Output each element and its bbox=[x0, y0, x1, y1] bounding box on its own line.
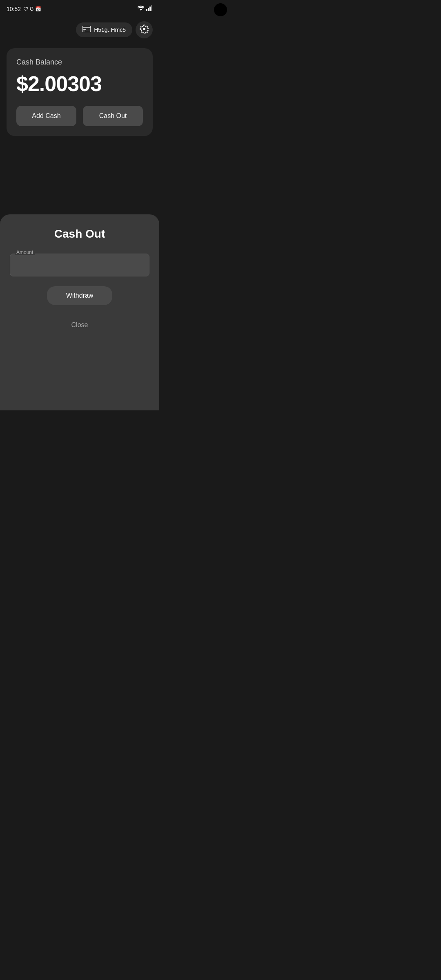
account-card-icon bbox=[82, 26, 91, 34]
balance-card: Cash Balance $2.00303 Add Cash Cash Out bbox=[7, 48, 153, 136]
status-time: 10:52 bbox=[7, 6, 21, 12]
cash-out-button[interactable]: Cash Out bbox=[83, 106, 143, 126]
add-cash-button[interactable]: Add Cash bbox=[16, 106, 76, 126]
google-icon: G bbox=[30, 6, 33, 12]
cash-out-sheet: Cash Out Amount Withdraw Close bbox=[0, 214, 159, 410]
main-content: Cash Balance $2.00303 Add Cash Cash Out bbox=[0, 42, 159, 149]
svg-rect-3 bbox=[151, 5, 152, 11]
signal-icon bbox=[146, 5, 153, 13]
calendar-icon: 📅 bbox=[35, 6, 41, 12]
card-title: Cash Balance bbox=[16, 58, 143, 67]
withdraw-button[interactable]: Withdraw bbox=[47, 286, 112, 305]
svg-rect-6 bbox=[83, 29, 86, 30]
svg-rect-7 bbox=[83, 31, 85, 31]
status-right bbox=[137, 5, 153, 13]
settings-button[interactable] bbox=[136, 21, 153, 38]
svg-rect-2 bbox=[149, 7, 151, 11]
status-icons: 🛡 G 📅 bbox=[23, 6, 41, 12]
account-label: H51g..Hmc5 bbox=[94, 27, 126, 33]
svg-rect-1 bbox=[148, 8, 149, 11]
wifi-icon bbox=[137, 5, 145, 13]
balance-amount: $2.00303 bbox=[16, 71, 143, 96]
svg-rect-4 bbox=[82, 26, 91, 32]
sheet-title: Cash Out bbox=[10, 227, 149, 241]
close-button[interactable]: Close bbox=[68, 318, 91, 332]
account-pill[interactable]: H51g..Hmc5 bbox=[76, 22, 132, 37]
amount-field-container: Amount bbox=[10, 254, 149, 276]
card-actions: Add Cash Cash Out bbox=[16, 106, 143, 126]
status-bar: 10:52 🛡 G 📅 bbox=[0, 0, 159, 18]
amount-label: Amount bbox=[15, 249, 35, 255]
shield-icon: 🛡 bbox=[23, 6, 28, 12]
header-area: H51g..Hmc5 bbox=[0, 18, 159, 42]
gear-icon bbox=[140, 24, 149, 36]
amount-input[interactable] bbox=[10, 254, 149, 276]
status-left: 10:52 🛡 G 📅 bbox=[7, 6, 41, 12]
svg-rect-0 bbox=[146, 9, 147, 11]
